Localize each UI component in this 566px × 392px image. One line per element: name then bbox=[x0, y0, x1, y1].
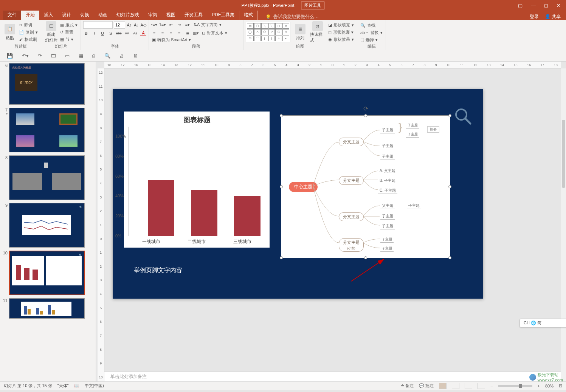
cut-button[interactable]: ✂剪切 bbox=[18, 22, 39, 28]
zoom-percent[interactable]: 80% bbox=[545, 384, 554, 388]
italic-button[interactable]: I bbox=[91, 30, 98, 36]
qat-icon-4[interactable]: 🗔 bbox=[51, 53, 56, 59]
undo-icon[interactable]: ↶▾ bbox=[22, 53, 29, 59]
notes-toggle[interactable]: ≐ 备注 bbox=[401, 383, 414, 389]
rotate-handle-icon[interactable]: ⟳ bbox=[363, 105, 368, 112]
format-painter-button[interactable]: 🖌格式刷 bbox=[18, 36, 39, 43]
shape-fill-button[interactable]: ◪形状填充 ▾ bbox=[327, 22, 355, 28]
char-spacing-button[interactable]: AV bbox=[124, 30, 130, 36]
spell-check-icon[interactable]: 📖 bbox=[74, 383, 79, 388]
tab-design[interactable]: 设计 bbox=[57, 10, 76, 20]
minimize-icon[interactable]: — bbox=[531, 3, 536, 8]
change-case-button[interactable]: Aa bbox=[132, 30, 138, 36]
selection-handle[interactable] bbox=[448, 256, 451, 259]
new-slide-button[interactable]: 🗔 新建 幻灯片 bbox=[43, 21, 59, 43]
font-size-combo[interactable] bbox=[114, 21, 125, 29]
layout-button[interactable]: ▦版式 ▾ bbox=[59, 22, 78, 28]
fit-to-window-button[interactable]: ⊡ bbox=[559, 383, 562, 388]
tab-review[interactable]: 审阅 bbox=[144, 10, 162, 20]
increase-indent-button[interactable]: ⇥ bbox=[176, 22, 182, 28]
tab-developer[interactable]: 开发工具 bbox=[180, 10, 207, 20]
align-text-button[interactable]: ⊟对齐文本 ▾ bbox=[201, 29, 228, 36]
sorter-view-button[interactable] bbox=[452, 383, 459, 389]
ribbon-display-options-icon[interactable]: ▢ bbox=[518, 3, 523, 8]
thumb-slide-9[interactable]: 🔍 bbox=[9, 203, 85, 248]
zoom-in-button[interactable]: + bbox=[538, 384, 540, 388]
decrease-font-icon[interactable]: A↓ bbox=[133, 22, 140, 28]
font-color-button[interactable]: A bbox=[140, 30, 146, 36]
comments-toggle[interactable]: 💬 批注 bbox=[419, 383, 434, 389]
shapes-gallery[interactable]: ▭▢＼＼◻▱ ◯△⬠↗⬡◇ ⬭⌒{}☆▾ bbox=[246, 22, 290, 42]
ime-indicator[interactable]: CH 🌐 简 bbox=[519, 319, 566, 327]
font-family-combo[interactable] bbox=[83, 21, 113, 29]
decrease-indent-button[interactable]: ⇤ bbox=[168, 22, 174, 28]
selection-handle[interactable] bbox=[448, 114, 451, 117]
slideshow-view-button[interactable] bbox=[478, 383, 485, 389]
maximize-icon[interactable]: ◻ bbox=[544, 3, 548, 8]
quick-styles-button[interactable]: ◔快速样式 bbox=[310, 21, 325, 43]
find-button[interactable]: 🔍查找 bbox=[360, 22, 383, 29]
align-right-button[interactable]: ≡ bbox=[168, 30, 174, 36]
vertical-scrollbar[interactable] bbox=[561, 68, 566, 381]
bullets-button[interactable]: •≡▾ bbox=[151, 22, 157, 28]
tab-format[interactable]: 格式 bbox=[239, 10, 258, 20]
thumb-slide-6[interactable]: 此处照片的标题 ε=mc² bbox=[9, 63, 85, 105]
columns-button[interactable]: ▥▾ bbox=[193, 30, 199, 36]
reset-button[interactable]: ↺重置 bbox=[59, 29, 78, 36]
qat-icon-6[interactable]: ▦ bbox=[79, 53, 83, 59]
text-direction-button[interactable]: ⇅A文字方向 ▾ bbox=[193, 21, 222, 28]
scrollbar-thumb[interactable] bbox=[562, 120, 565, 188]
chart-object[interactable]: 图表标题 0%20%40%60%80%100% 一线城市二线城市三线城市 bbox=[124, 112, 270, 248]
bold-button[interactable]: B bbox=[83, 30, 89, 36]
tab-file[interactable]: 文件 bbox=[3, 10, 21, 20]
replace-button[interactable]: ab↔替换 ▾ bbox=[360, 29, 383, 36]
share-button[interactable]: 👤 共享 bbox=[545, 14, 561, 20]
distribute-button[interactable]: ≣ bbox=[185, 30, 191, 36]
selection-handle[interactable] bbox=[280, 185, 283, 188]
section-button[interactable]: ▤节 ▾ bbox=[59, 36, 78, 43]
paste-button[interactable]: 📋 粘贴 bbox=[2, 21, 17, 43]
select-button[interactable]: ⬚选择 ▾ bbox=[360, 36, 383, 43]
increase-font-icon[interactable]: A↑ bbox=[126, 22, 132, 28]
align-justify-button[interactable]: ≡ bbox=[176, 30, 182, 36]
thumb-slide-11[interactable] bbox=[9, 298, 85, 319]
tab-view[interactable]: 视图 bbox=[162, 10, 180, 20]
thumb-slide-10[interactable]: 🔍 bbox=[9, 251, 85, 295]
qat-icon-9[interactable]: 🖨 bbox=[119, 53, 124, 59]
thumb-slide-7[interactable] bbox=[9, 108, 85, 152]
notes-pane[interactable]: 单击此处添加备注 bbox=[104, 372, 561, 381]
mindmap-image-selected[interactable]: ⟳ 中心主题 分支主题 分支主题 分支主题 分支主题(小发) 子主题 子主题 子… bbox=[281, 115, 450, 258]
slide-editing-stage[interactable]: 图表标题 0%20%40%60%80%100% 一线城市二线城市三线城市 ⟳ 中… bbox=[113, 89, 483, 299]
qat-icon-7[interactable]: ⎙ bbox=[92, 53, 95, 59]
close-icon[interactable]: ✕ bbox=[557, 3, 561, 8]
numbering-button[interactable]: 1≡▾ bbox=[160, 22, 166, 28]
tab-home[interactable]: 开始 bbox=[21, 10, 39, 20]
tell-me-search[interactable]: 💡 告诉我您想要做什么… bbox=[265, 14, 319, 20]
align-left-button[interactable]: ≡ bbox=[151, 30, 157, 36]
shape-outline-button[interactable]: ◻形状轮廓 ▾ bbox=[327, 29, 355, 36]
convert-smartart-button[interactable]: ▣转换为 SmartArt ▾ bbox=[151, 36, 192, 43]
shape-effects-button[interactable]: ◉形状效果 ▾ bbox=[327, 36, 355, 43]
selection-handle[interactable] bbox=[280, 256, 283, 259]
save-icon[interactable]: 💾 bbox=[7, 53, 13, 59]
redo-icon[interactable]: ↷ bbox=[38, 53, 42, 59]
arrange-button[interactable]: ▦排列 bbox=[293, 21, 308, 43]
line-spacing-button[interactable]: ≡▾ bbox=[185, 22, 191, 28]
tab-pdftools[interactable]: PDF工具集 bbox=[207, 10, 239, 20]
slide-thumbnails-panel[interactable]: 6 此处照片的标题 ε=mc² 7* 8 9 bbox=[0, 62, 96, 381]
normal-view-button[interactable] bbox=[439, 383, 447, 389]
qat-icon-5[interactable]: ▭ bbox=[65, 53, 70, 59]
strike-button[interactable]: abc bbox=[116, 30, 122, 36]
qat-icon-10[interactable]: 🗎 bbox=[133, 53, 138, 59]
zoom-slider[interactable] bbox=[498, 385, 532, 387]
reading-view-button[interactable] bbox=[465, 383, 472, 389]
qat-icon-8[interactable]: 🔍 bbox=[104, 53, 110, 59]
tab-transitions[interactable]: 切换 bbox=[76, 10, 94, 20]
thumb-slide-8[interactable] bbox=[9, 155, 85, 200]
align-center-button[interactable]: ≡ bbox=[160, 30, 166, 36]
tab-insert[interactable]: 插入 bbox=[39, 10, 57, 20]
copy-button[interactable]: 📄复制 ▾ bbox=[18, 29, 39, 36]
tab-slideshow[interactable]: 幻灯片放映 bbox=[112, 10, 144, 20]
selection-handle[interactable] bbox=[280, 114, 283, 117]
status-language[interactable]: 中文(中国) bbox=[85, 383, 104, 389]
